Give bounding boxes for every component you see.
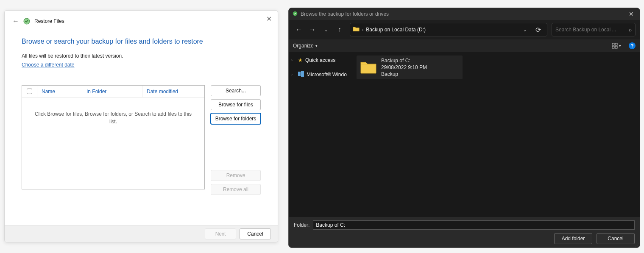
caret-icon[interactable]: › — [291, 72, 296, 77]
file-list: Name In Folder Date modified Click Brows… — [22, 85, 205, 189]
main-area: Name In Folder Date modified Click Brows… — [22, 85, 261, 195]
dialog-title: Restore Files — [34, 18, 64, 24]
svg-rect-2 — [612, 43, 614, 45]
caret-icon[interactable]: › — [291, 58, 296, 62]
split-pane: › ★ Quick access › Microsoft® Windo — [289, 52, 640, 217]
remove-button: Remove — [211, 170, 261, 181]
folder-row: Folder: — [294, 220, 635, 230]
item-type: Backup — [381, 71, 427, 78]
next-button: Next — [205, 228, 236, 239]
organize-bar: Organize ▾ ▾ ? — [289, 39, 640, 52]
svg-rect-6 — [298, 72, 301, 74]
browse-folders-button[interactable]: Browse for folders — [211, 113, 261, 124]
search-icon[interactable]: ⌕ — [629, 27, 632, 33]
search-button[interactable]: Search... — [211, 85, 261, 96]
titlebar-text: Browse the backup for folders or drives — [301, 11, 624, 17]
nav-recent-icon[interactable]: ⌄ — [320, 24, 332, 36]
tree-label: Microsoft® Windo — [307, 72, 347, 78]
refresh-icon[interactable]: ⟳ — [532, 26, 544, 34]
dialog-footer: Next Cancel — [5, 225, 278, 242]
column-date-modified[interactable]: Date modified — [142, 86, 194, 97]
star-icon: ★ — [298, 57, 303, 63]
side-buttons: Search... Browse for files Browse for fo… — [211, 85, 261, 195]
svg-point-1 — [293, 11, 298, 16]
organize-menu[interactable]: Organize ▾ — [293, 43, 318, 49]
folder-label: Folder: — [294, 222, 309, 228]
nav-forward-icon[interactable]: → — [307, 24, 318, 36]
svg-rect-4 — [612, 46, 614, 48]
folder-input[interactable] — [313, 220, 635, 230]
address-text[interactable]: Backup on Local Data (D:) — [366, 27, 518, 33]
browse-backup-dialog: Browse the backup for folders or drives … — [288, 8, 640, 248]
list-header: Name In Folder Date modified — [22, 86, 204, 97]
svg-rect-8 — [298, 74, 301, 76]
back-arrow-icon[interactable]: ← — [12, 17, 19, 25]
svg-rect-9 — [301, 74, 304, 77]
backup-folder-item[interactable]: Backup of C: 29/08/2022 9:10 PM Backup — [357, 56, 463, 79]
chevron-down-icon: ▾ — [315, 44, 318, 48]
browse-files-button[interactable]: Browse for files — [211, 99, 261, 110]
app-icon — [292, 11, 298, 17]
chevron-down-icon: ▾ — [619, 44, 621, 48]
tree-quick-access[interactable]: › ★ Quick access — [289, 55, 353, 66]
view-options-icon[interactable]: ▾ — [610, 43, 623, 49]
address-dropdown-icon[interactable]: ⌄ — [521, 28, 529, 32]
help-icon[interactable]: ? — [629, 42, 636, 49]
column-in-folder[interactable]: In Folder — [82, 86, 142, 97]
svg-rect-3 — [615, 43, 617, 45]
item-info: Backup of C: 29/08/2022 9:10 PM Backup — [381, 57, 427, 78]
dialog-footer: Folder: Add folder Cancel — [289, 217, 640, 247]
tree-ms-windows[interactable]: › Microsoft® Windo — [289, 69, 353, 80]
page-heading: Browse or search your backup for files a… — [22, 38, 261, 45]
close-icon[interactable]: ✕ — [266, 15, 272, 23]
footer-actions: Add folder Cancel — [294, 233, 635, 244]
dialog-body: Browse or search your backup for files a… — [5, 25, 278, 195]
cancel-button[interactable]: Cancel — [240, 228, 271, 239]
column-checkbox[interactable] — [22, 86, 37, 97]
nav-back-icon[interactable]: ← — [293, 24, 305, 36]
column-spacer — [194, 86, 204, 97]
address-bar[interactable]: › Backup on Local Data (D:) ⌄ ⟳ — [350, 23, 547, 36]
folder-icon — [360, 60, 377, 75]
item-date: 29/08/2022 9:10 PM — [381, 64, 427, 71]
titlebar: Browse the backup for folders or drives … — [289, 8, 640, 20]
tree-label: Quick access — [305, 57, 335, 63]
subtext: All files will be restored to their late… — [22, 53, 261, 59]
dialog-header: ← Restore Files — [5, 11, 278, 25]
item-name: Backup of C: — [381, 57, 427, 64]
resize-grip-icon[interactable]: ⋰ — [635, 245, 638, 246]
nav-toolbar: ← → ⌄ ↑ › Backup on Local Data (D:) ⌄ ⟳ … — [289, 20, 640, 39]
choose-date-link[interactable]: Choose a different date — [22, 62, 75, 68]
empty-list-hint: Click Browse for files, Browse for folde… — [22, 97, 204, 138]
restore-files-dialog: ✕ ← Restore Files Browse or search your … — [4, 10, 278, 242]
column-name[interactable]: Name — [37, 86, 82, 97]
nav-up-icon[interactable]: ↑ — [334, 24, 346, 36]
remove-all-button: Remove all — [211, 184, 261, 195]
close-icon[interactable]: ✕ — [626, 11, 636, 17]
cancel-button[interactable]: Cancel — [597, 233, 635, 244]
folder-icon — [353, 26, 360, 33]
restore-files-icon — [23, 18, 30, 25]
search-input[interactable] — [555, 27, 626, 33]
windows-icon — [298, 71, 304, 78]
chevron-right-icon[interactable]: › — [362, 28, 363, 32]
content-pane: Backup of C: 29/08/2022 9:10 PM Backup — [353, 52, 640, 217]
select-all-checkbox[interactable] — [27, 89, 32, 94]
organize-label: Organize — [293, 43, 314, 49]
nav-tree: › ★ Quick access › Microsoft® Windo — [289, 52, 353, 217]
add-folder-button[interactable]: Add folder — [554, 233, 592, 244]
search-box[interactable]: ⌕ — [552, 23, 636, 36]
svg-rect-7 — [301, 71, 304, 74]
svg-rect-5 — [615, 46, 617, 48]
